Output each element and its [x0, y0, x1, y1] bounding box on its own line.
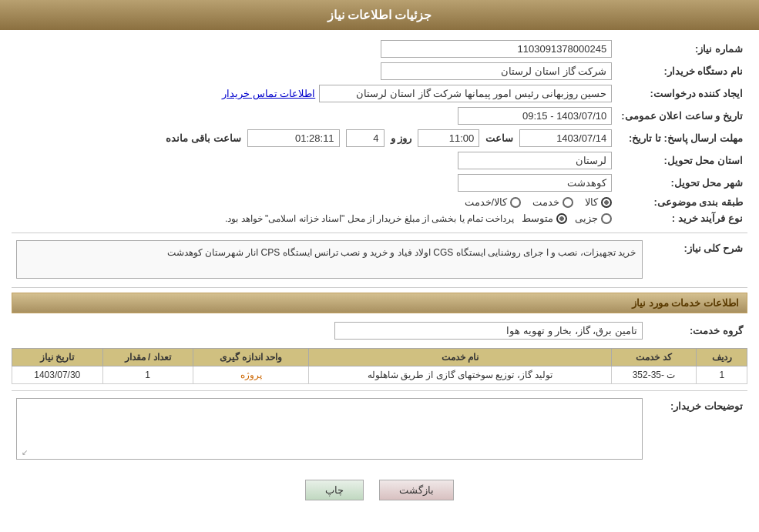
main-info-table: شماره نیاز: 1103091378000245 نام دستگاه … [12, 38, 747, 226]
purchase-type-label: نوع فرآیند خرید : [616, 210, 747, 226]
divider-2 [12, 287, 747, 288]
announce-value-field: 1403/07/10 - 09:15 [458, 107, 612, 125]
description-box: خرید تجهیزات، نصب و ا جرای روشنایی ایستگ… [16, 240, 643, 279]
deadline-days-field: 4 [346, 129, 385, 147]
col-header-date: تاریخ نیاز [12, 349, 103, 366]
col-header-unit: واحد اندازه گیری [193, 349, 308, 366]
category-label: طبقه بندی موضوعی: [616, 194, 747, 210]
request-number-label: شماره نیاز: [616, 38, 747, 60]
description-value: خرید تجهیزات، نصب و ا جرای روشنایی ایستگ… [167, 247, 636, 258]
province-label: استان محل تحویل: [616, 149, 747, 172]
purchase-motavaset-label: متوسط [522, 212, 553, 224]
creator-field: حسین روزبهانی رئیس امور پیمانها شرکت گاز… [319, 85, 612, 102]
category-kala-khadamat-radio[interactable] [510, 197, 521, 208]
purchase-jozii-option[interactable]: جزیی [575, 212, 612, 224]
category-kala-option[interactable]: کالا [585, 196, 612, 208]
deadline-date-field: 1403/07/14 [519, 129, 612, 147]
buyer-desc-table: توضیحات خریدار: ↙ [12, 396, 747, 462]
col-header-service-name: نام خدمت [309, 349, 611, 366]
category-khadamat-radio[interactable] [563, 197, 573, 208]
col-header-quantity: تعداد / مقدار [102, 349, 193, 366]
category-kala-khadamat-label: کالا/خدمت [465, 196, 508, 208]
description-table: شرح کلی نیاز: خرید تجهیزات، نصب و ا جرای… [12, 238, 747, 281]
category-kala-khadamat-option[interactable]: کالا/خدمت [465, 196, 522, 208]
purchase-motavaset-radio[interactable] [556, 213, 567, 224]
category-kala-label: کالا [585, 196, 598, 208]
deadline-days-label: روز و [391, 132, 412, 144]
org-name-value: شرکت گاز استان لرستان [12, 60, 616, 82]
resize-handle: ↙ [18, 448, 28, 457]
org-name-label: نام دستگاه خریدار: [616, 60, 747, 82]
col-header-row-num: ردیف [697, 349, 747, 366]
org-name-field: شرکت گاز استان لرستان [381, 62, 612, 80]
category-khadamat-label: خدمت [532, 196, 559, 208]
purchase-note: پرداخت تمام یا بخشی از مبلغ خریدار از مح… [225, 213, 514, 224]
deadline-label: مهلت ارسال پاسخ: تا تاریخ: [616, 127, 747, 149]
city-field: کوهدشت [458, 174, 612, 192]
request-number-field: 1103091378000245 [381, 40, 612, 58]
purchase-jozii-radio[interactable] [601, 213, 612, 224]
province-field: لرستان [458, 152, 612, 169]
service-group-field: تامین برق، گاز، بخار و تهویه هوا [334, 322, 643, 340]
category-kala-radio[interactable] [601, 197, 612, 208]
purchase-jozii-label: جزیی [575, 212, 598, 224]
buttons-row: بازگشت چاپ [12, 468, 747, 512]
request-number-value: 1103091378000245 [12, 38, 616, 60]
deadline-remaining-field: 01:28:11 [247, 129, 340, 147]
purchase-motavaset-option[interactable]: متوسط [522, 212, 567, 224]
page-header: جزئیات اطلاعات نیاز [0, 0, 759, 30]
category-khadamat-option[interactable]: خدمت [532, 196, 573, 208]
announce-label: تاریخ و ساعت اعلان عمومی: [616, 105, 747, 127]
deadline-time-field: 11:00 [418, 129, 479, 147]
service-group-label: گروه خدمت: [647, 320, 747, 342]
col-header-service-code: کد خدمت [611, 349, 697, 366]
divider-3 [12, 390, 747, 391]
deadline-time-label: ساعت [485, 132, 513, 144]
creator-label: ایجاد کننده درخواست: [616, 82, 747, 105]
divider-1 [12, 233, 747, 233]
buyer-desc-box[interactable]: ↙ [16, 398, 643, 460]
service-group-table: گروه خدمت: تامین برق، گاز، بخار و تهویه … [12, 320, 747, 342]
services-section-title: اطلاعات خدمات مورد نیاز [12, 293, 747, 313]
page-title: جزئیات اطلاعات نیاز [327, 8, 432, 22]
print-button[interactable]: چاپ [305, 480, 364, 500]
buyer-desc-title: توضیحات خریدار: [647, 396, 747, 462]
back-button[interactable]: بازگشت [379, 480, 454, 500]
creator-link[interactable]: اطلاعات تماس خریدار [222, 88, 315, 99]
table-row: 1ت -35-352تولید گاز، توزیع سوختهای گازی … [12, 366, 747, 384]
description-title: شرح کلی نیاز: [647, 238, 747, 281]
city-label: شهر محل تحویل: [616, 172, 747, 194]
services-table: ردیف کد خدمت نام خدمت واحد اندازه گیری ت… [12, 348, 747, 384]
deadline-remaining-label: ساعت باقی مانده [166, 132, 240, 144]
